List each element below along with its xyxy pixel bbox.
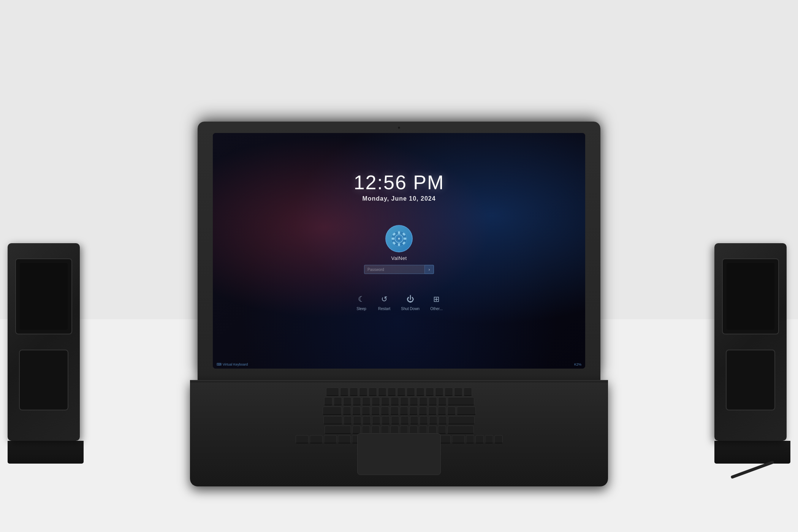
- key-8[interactable]: [400, 397, 408, 405]
- key-rbracket[interactable]: [447, 407, 456, 415]
- key-comma[interactable]: [419, 426, 427, 434]
- screen-bottom-bar: ⌨ Virtual Keyboard K2%: [213, 360, 585, 369]
- key-backtick[interactable]: [324, 397, 332, 405]
- clock-time: 12:56 PM: [354, 171, 445, 194]
- lock-screen[interactable]: 12:56 PM Monday, June 10, 2024: [213, 133, 585, 369]
- key-3[interactable]: [353, 397, 361, 405]
- key-enter[interactable]: [448, 416, 475, 424]
- key-f5[interactable]: [378, 388, 386, 396]
- key-9[interactable]: [410, 397, 418, 405]
- key-y[interactable]: [390, 407, 399, 415]
- key-f10[interactable]: [426, 388, 434, 396]
- trackpad[interactable]: [357, 433, 441, 475]
- key-slash[interactable]: [438, 426, 446, 434]
- key-k[interactable]: [410, 416, 418, 424]
- key-backspace[interactable]: [448, 397, 474, 405]
- key-minus[interactable]: [429, 397, 437, 405]
- key-f3[interactable]: [359, 388, 367, 396]
- key-lbracket[interactable]: [438, 407, 446, 415]
- key-l[interactable]: [420, 416, 428, 424]
- key-esc[interactable]: [326, 388, 339, 396]
- key-g[interactable]: [382, 416, 390, 424]
- key-backslash[interactable]: [457, 407, 476, 415]
- key-t[interactable]: [381, 407, 389, 415]
- accessibility-button[interactable]: K2%: [574, 363, 581, 366]
- key-7[interactable]: [391, 397, 399, 405]
- laptop: 12:56 PM Monday, June 10, 2024: [190, 122, 608, 486]
- hinge: [190, 380, 608, 382]
- key-z[interactable]: [352, 426, 361, 434]
- key-rshift[interactable]: [447, 426, 474, 434]
- key-lshift[interactable]: [325, 426, 351, 434]
- key-semicolon[interactable]: [429, 416, 437, 424]
- key-up[interactable]: [475, 435, 484, 443]
- key-n[interactable]: [400, 426, 408, 434]
- key-f2[interactable]: [350, 388, 358, 396]
- key-5[interactable]: [372, 397, 380, 405]
- sleep-button[interactable]: ☾ Sleep: [355, 293, 367, 311]
- key-capslock[interactable]: [323, 416, 342, 424]
- key-p[interactable]: [428, 407, 437, 415]
- password-submit-button[interactable]: ›: [425, 265, 434, 274]
- virtual-keyboard-button[interactable]: ⌨ Virtual Keyboard: [217, 363, 248, 366]
- key-0[interactable]: [419, 397, 428, 405]
- key-b[interactable]: [390, 426, 399, 434]
- key-period[interactable]: [428, 426, 437, 434]
- svg-rect-1: [398, 231, 400, 234]
- key-right[interactable]: [494, 435, 503, 443]
- clock-date: Monday, June 10, 2024: [354, 195, 445, 202]
- key-x[interactable]: [362, 426, 370, 434]
- key-2[interactable]: [343, 397, 352, 405]
- key-s[interactable]: [353, 416, 361, 424]
- shutdown-icon: ⏻: [404, 293, 416, 305]
- shutdown-button[interactable]: ⏻ Shut Down: [401, 293, 420, 311]
- key-6[interactable]: [381, 397, 390, 405]
- restart-button[interactable]: ↺ Restart: [378, 293, 390, 311]
- key-q[interactable]: [343, 407, 351, 415]
- key-4[interactable]: [362, 397, 370, 405]
- key-u[interactable]: [400, 407, 408, 415]
- key-o[interactable]: [419, 407, 427, 415]
- key-e[interactable]: [362, 407, 370, 415]
- key-i[interactable]: [409, 407, 418, 415]
- key-1[interactable]: [334, 397, 342, 405]
- key-f6[interactable]: [388, 388, 396, 396]
- key-f11[interactable]: [435, 388, 443, 396]
- key-c[interactable]: [371, 426, 380, 434]
- password-input[interactable]: [364, 265, 425, 274]
- key-f7[interactable]: [397, 388, 405, 396]
- other-button[interactable]: ⊞ Other...: [430, 293, 443, 311]
- key-quote[interactable]: [439, 416, 447, 424]
- key-ctrl[interactable]: [296, 435, 309, 443]
- key-alt[interactable]: [338, 435, 351, 443]
- svg-rect-3: [392, 238, 394, 239]
- key-down[interactable]: [485, 435, 493, 443]
- laptop-lid: 12:56 PM Monday, June 10, 2024: [198, 122, 600, 380]
- key-tab[interactable]: [323, 407, 342, 415]
- key-super[interactable]: [324, 435, 337, 443]
- key-fn[interactable]: [310, 435, 323, 443]
- speaker-right: [714, 243, 790, 464]
- key-f8[interactable]: [407, 388, 415, 396]
- key-v[interactable]: [381, 426, 389, 434]
- key-r[interactable]: [371, 407, 380, 415]
- key-h[interactable]: [391, 416, 399, 424]
- key-f[interactable]: [372, 416, 380, 424]
- key-prtsc[interactable]: [454, 388, 462, 396]
- key-f1[interactable]: [340, 388, 348, 396]
- key-d[interactable]: [363, 416, 371, 424]
- key-m[interactable]: [409, 426, 418, 434]
- login-section[interactable]: ValNet ›: [364, 225, 434, 274]
- key-f12[interactable]: [445, 388, 453, 396]
- key-equals[interactable]: [438, 397, 446, 405]
- user-avatar[interactable]: [385, 225, 413, 252]
- password-row[interactable]: ›: [364, 265, 434, 274]
- key-j[interactable]: [401, 416, 409, 424]
- key-del[interactable]: [464, 388, 472, 396]
- key-left[interactable]: [466, 435, 474, 443]
- key-f4[interactable]: [369, 388, 377, 396]
- key-a[interactable]: [344, 416, 352, 424]
- key-w[interactable]: [352, 407, 361, 415]
- key-f9[interactable]: [416, 388, 424, 396]
- key-ralt[interactable]: [452, 435, 465, 443]
